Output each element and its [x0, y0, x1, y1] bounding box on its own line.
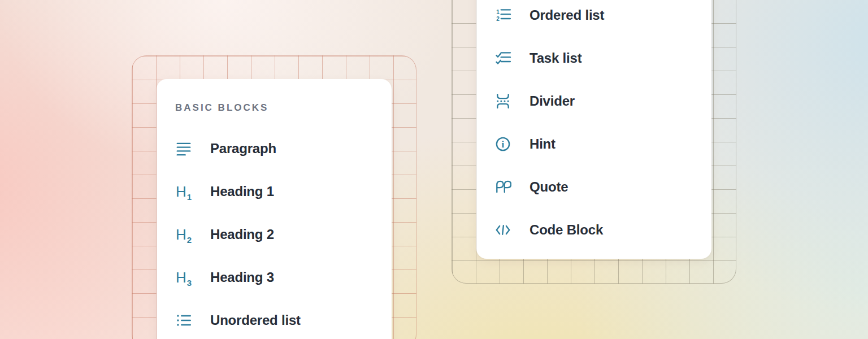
svg-text:2: 2 [496, 16, 500, 22]
menu-item-code-block[interactable]: Code Block [476, 208, 711, 251]
menu-item-label: Hint [530, 136, 555, 152]
section-header-basic-blocks: BASIC BLOCKS [175, 103, 392, 112]
hint-icon: i [494, 136, 511, 153]
svg-text:i: i [502, 139, 505, 150]
menu-item-label: Task list [530, 50, 581, 66]
blocks-rows: 1 2 Ordered list [476, 0, 711, 251]
menu-item-label: Paragraph [210, 141, 276, 157]
menu-item-unordered-list[interactable]: Unordered list [157, 299, 392, 339]
menu-item-label: Code Block [530, 222, 603, 238]
menu-item-paragraph[interactable]: Paragraph [157, 127, 392, 170]
menu-item-hint[interactable]: i Hint [476, 123, 711, 166]
editor-insert-menu-illustration: BASIC BLOCKS Paragraph H1 Heading 1 [0, 0, 868, 339]
heading-2-icon: H2 [175, 226, 192, 243]
svg-text:1: 1 [496, 9, 500, 15]
menu-item-divider[interactable]: Divider [476, 80, 711, 123]
menu-item-label: Unordered list [210, 312, 301, 328]
menu-item-label: Heading 3 [210, 270, 274, 285]
divider-icon [494, 93, 511, 110]
unordered-list-icon [175, 312, 192, 329]
menu-item-heading-1[interactable]: H1 Heading 1 [157, 170, 392, 213]
code-block-icon [494, 221, 511, 238]
menu-item-task-list[interactable]: Task list [476, 37, 711, 80]
quote-icon [494, 179, 511, 195]
blocks-menu-continued: 1 2 Ordered list [476, 0, 711, 259]
task-list-icon [494, 50, 511, 67]
heading-1-icon: H1 [175, 183, 192, 200]
heading-3-icon: H3 [175, 269, 192, 286]
basic-blocks-rows: Paragraph H1 Heading 1 H2 Heading 2 H3 H… [157, 127, 392, 339]
menu-item-heading-2[interactable]: H2 Heading 2 [157, 213, 392, 256]
paragraph-icon [175, 140, 192, 157]
menu-item-quote[interactable]: Quote [476, 166, 711, 208]
menu-item-label: Quote [530, 179, 568, 195]
menu-item-ordered-list[interactable]: 1 2 Ordered list [476, 0, 711, 37]
menu-item-label: Divider [530, 93, 575, 109]
menu-item-label: Ordered list [530, 7, 604, 23]
ordered-list-icon: 1 2 [494, 7, 511, 24]
menu-item-label: Heading 1 [210, 184, 274, 199]
basic-blocks-menu: BASIC BLOCKS Paragraph H1 Heading 1 [157, 79, 392, 339]
menu-item-label: Heading 2 [210, 227, 274, 242]
menu-item-heading-3[interactable]: H3 Heading 3 [157, 256, 392, 299]
